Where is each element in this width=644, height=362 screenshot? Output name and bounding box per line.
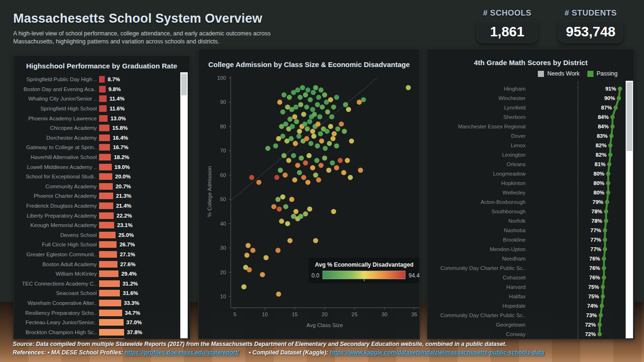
scatter-point[interactable] xyxy=(251,248,256,253)
math-score-dot[interactable] xyxy=(608,153,612,157)
scatter-point[interactable] xyxy=(334,95,339,100)
math-score-dot[interactable] xyxy=(603,238,607,242)
scatter-point[interactable] xyxy=(334,143,339,149)
scatter-point[interactable] xyxy=(246,243,251,248)
bar-row[interactable]: Keough Memorial Academy23.1% xyxy=(14,220,190,230)
scatter-point[interactable] xyxy=(305,87,310,93)
scatter-point[interactable] xyxy=(318,163,324,168)
scatter-point[interactable] xyxy=(310,165,315,170)
graduation-rate-bar[interactable] xyxy=(99,135,110,141)
scatter-point[interactable] xyxy=(292,177,297,183)
graduation-rate-bar[interactable] xyxy=(99,76,105,83)
scatter-point[interactable] xyxy=(311,134,317,139)
graduation-rate-bar[interactable] xyxy=(99,95,107,102)
color-legend-gradient[interactable] xyxy=(323,271,405,279)
scatter-point[interactable] xyxy=(346,107,351,112)
math-score-dot[interactable] xyxy=(611,115,615,119)
graduation-rate-bar[interactable] xyxy=(99,280,120,287)
bar-row[interactable]: Seacoast School31.6% xyxy=(14,288,190,298)
graduation-rate-bar[interactable] xyxy=(99,319,124,326)
graduation-rate-bar[interactable] xyxy=(99,183,113,190)
math-score-dot[interactable] xyxy=(602,266,606,270)
scatter-point[interactable] xyxy=(276,197,281,202)
scatter-point[interactable] xyxy=(276,136,281,141)
graduation-rate-bar[interactable] xyxy=(99,115,108,122)
scatter-point[interactable] xyxy=(249,175,254,180)
scatter-point[interactable] xyxy=(285,104,290,109)
scatter-point[interactable] xyxy=(304,136,309,141)
scatter-point[interactable] xyxy=(308,97,313,102)
bar-row[interactable]: Liberty Preparatory Academy22.2% xyxy=(14,210,190,220)
graduation-rate-bar[interactable] xyxy=(99,173,112,180)
scatter-point[interactable] xyxy=(303,160,308,166)
scatter-point[interactable] xyxy=(277,100,283,105)
bar-row[interactable]: Lowell Middlesex Academy ..19.0% xyxy=(14,162,190,172)
scatter-point[interactable] xyxy=(298,102,303,107)
math-score-dot[interactable] xyxy=(598,323,602,327)
scatter-point[interactable] xyxy=(314,158,319,163)
scatter-point[interactable] xyxy=(302,121,308,126)
bar-row[interactable]: Full Circle High School26.7% xyxy=(14,240,190,250)
scatter-point[interactable] xyxy=(300,85,305,90)
math-score-dot[interactable] xyxy=(607,162,611,167)
scatter-point[interactable] xyxy=(307,119,312,124)
graduation-rate-bar[interactable] xyxy=(99,164,112,170)
scatter-point[interactable] xyxy=(322,93,327,98)
scatter-point[interactable] xyxy=(325,109,330,115)
scatter-point[interactable] xyxy=(315,102,320,107)
scatter-point[interactable] xyxy=(282,153,287,158)
bar-row[interactable]: Fecteau-Leary Junior/Senior..37.0% xyxy=(14,318,190,328)
scatter-point[interactable] xyxy=(294,119,299,124)
scatter-point[interactable] xyxy=(301,112,306,117)
scatter-point[interactable] xyxy=(304,104,309,109)
graduation-rate-bar[interactable] xyxy=(99,310,122,316)
scatter-point[interactable] xyxy=(325,129,330,134)
bar-row[interactable]: Dorchester Academy16.4% xyxy=(14,133,190,143)
scatter-point[interactable] xyxy=(298,214,303,219)
scatter-point[interactable] xyxy=(292,114,297,119)
bar-row[interactable]: Haverhill Alternative School18.2% xyxy=(14,152,190,162)
scatter-point[interactable] xyxy=(307,153,312,158)
bar-row[interactable]: William McKinley29.4% xyxy=(14,269,190,279)
scatter-point[interactable] xyxy=(247,267,252,272)
scatter-point[interactable] xyxy=(309,141,314,146)
scatter-point[interactable] xyxy=(286,158,292,163)
scatter-point[interactable] xyxy=(271,204,276,209)
scatter-point[interactable] xyxy=(285,221,290,226)
math-score-dot[interactable] xyxy=(605,200,609,204)
scatter-point[interactable] xyxy=(320,104,325,109)
math-score-dot[interactable] xyxy=(603,247,607,252)
scatter-point[interactable] xyxy=(295,87,301,93)
math-score-dot[interactable] xyxy=(604,210,608,214)
scatter-point[interactable] xyxy=(265,146,270,151)
math-score-dot[interactable] xyxy=(606,181,611,185)
bar-row[interactable]: Brockton Champion High Sc..37.8% xyxy=(14,328,190,337)
scatter-point[interactable] xyxy=(328,124,333,129)
graduation-rate-bar[interactable] xyxy=(99,251,117,258)
scatter-point[interactable] xyxy=(349,138,354,143)
scatter-point[interactable] xyxy=(310,107,315,112)
scatter-point[interactable] xyxy=(310,129,315,134)
scatter-point[interactable] xyxy=(327,141,332,146)
graduation-rate-bar[interactable] xyxy=(99,212,114,219)
graduation-rate-bar[interactable] xyxy=(99,270,118,277)
scatter-point[interactable] xyxy=(406,85,411,90)
scatter-point[interactable] xyxy=(274,175,279,180)
scatter-point[interactable] xyxy=(328,97,333,102)
math-score-dot[interactable] xyxy=(611,125,615,129)
bar-row[interactable]: Resiliency Preparatory Scho..34.7% xyxy=(14,308,190,318)
graduation-rate-bar[interactable] xyxy=(99,144,110,151)
scatter-point[interactable] xyxy=(287,238,293,243)
bar-row[interactable]: Frederick Douglass Academy21.4% xyxy=(14,201,190,211)
scatter-point[interactable] xyxy=(330,160,335,166)
scatter-point[interactable] xyxy=(244,253,250,258)
scatter-point[interactable] xyxy=(331,104,336,109)
scatter-point[interactable] xyxy=(283,173,288,178)
scatter-point[interactable] xyxy=(348,175,353,180)
bar-row[interactable]: TEC Connections Academy C..31.2% xyxy=(14,279,190,289)
left-panel-scrollbar-thumb[interactable] xyxy=(181,74,187,95)
scatter-point[interactable] xyxy=(276,292,281,297)
ref2-link[interactable]: https://www.kaggle.com/datasets/ndalziel… xyxy=(330,349,544,356)
scatter-point[interactable] xyxy=(298,95,303,100)
bar-row[interactable]: Community Academy20.7% xyxy=(14,182,190,192)
